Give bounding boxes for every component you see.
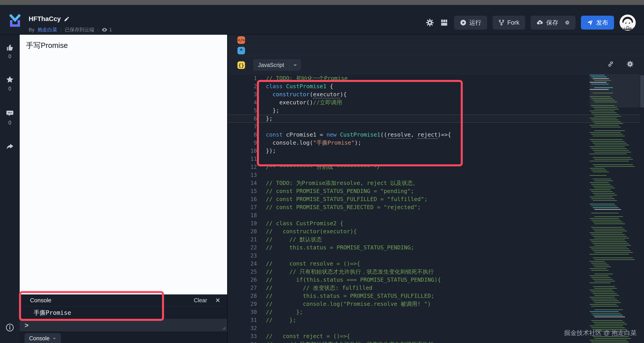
code-line-14[interactable]: 14// TODO: 为Promise添加resolve, reject 以及状…	[228, 179, 644, 187]
comment-button[interactable]	[0, 110, 20, 118]
console-input-row[interactable]: >	[20, 319, 227, 331]
layout-grid-icon[interactable]	[440, 18, 449, 27]
line-number: 24	[228, 260, 257, 268]
header: HFThaCcy By 抱走白菜 | 已保存到云端 | 1	[0, 5, 644, 35]
preview-pane: 手写Promise	[20, 35, 227, 294]
share-icon	[6, 143, 14, 151]
tab-js[interactable]: {} JavaScript	[228, 56, 644, 74]
code-line-29[interactable]: 29// console.log("Promise.resolve 被调用! "…	[228, 300, 644, 308]
console-bottom-bar: Console	[20, 331, 227, 343]
console-toggle-button[interactable]: Console	[24, 333, 61, 343]
thumbs-up-icon	[6, 44, 14, 52]
tab-css[interactable]: *	[228, 45, 644, 56]
console-header: Console Clear ✕	[20, 294, 227, 306]
app-logo[interactable]	[8, 13, 22, 28]
code-line-18[interactable]: 18	[228, 211, 644, 219]
line-number: 20	[228, 227, 257, 235]
publish-button[interactable]: 发布	[581, 16, 614, 30]
line-number: 16	[228, 195, 257, 203]
code-line-17[interactable]: 17// const PROMISE_STATUS_REJECTED = "re…	[228, 203, 644, 211]
play-icon	[460, 19, 466, 26]
view-count: 1	[102, 27, 112, 33]
code-line-13[interactable]: 13	[228, 171, 644, 179]
save-button[interactable]: 保存	[530, 16, 576, 30]
code-line-4[interactable]: 4 executor()//立即调用	[228, 99, 644, 107]
edit-title-icon[interactable]	[64, 16, 70, 22]
line-number: 18	[228, 211, 257, 219]
code-line-24[interactable]: 24// const resolve = ()=>{	[228, 260, 644, 268]
line-number: 31	[228, 316, 257, 324]
code-line-1[interactable]: 1// TODO: 初始化一个Promise	[228, 74, 644, 82]
line-number: 9	[228, 139, 257, 147]
line-number: 7	[228, 123, 257, 131]
line-number: 23	[228, 252, 257, 260]
console-prompt-symbol: >	[24, 321, 29, 329]
fork-button[interactable]: Fork	[492, 16, 525, 30]
line-number: 21	[228, 235, 257, 244]
console-title: Console	[30, 297, 51, 304]
code-line-28[interactable]: 28// this.status = PROMISE_STATUS_FULFIL…	[228, 292, 644, 300]
code-line-3[interactable]: 3 constructor(executor){	[228, 91, 644, 99]
code-line-10[interactable]: 10});	[228, 147, 644, 155]
resize-handle[interactable]	[222, 326, 226, 330]
console-clear-button[interactable]: Clear	[194, 297, 207, 303]
code-line-6[interactable]: 6};	[228, 115, 644, 123]
code-line-16[interactable]: 16// const PROMISE_STATUS_FULFILLED = "f…	[228, 195, 644, 203]
code-line-8[interactable]: 8const cPromise1 = new CustPromise1((res…	[228, 131, 644, 139]
line-number: 5	[228, 107, 257, 115]
css-icon: *	[238, 47, 245, 54]
code-line-9[interactable]: 9 console.log("手撕Promise");	[228, 139, 644, 147]
code-line-27[interactable]: 27// // 改变状态: fulfilled	[228, 284, 644, 292]
line-number: 4	[228, 99, 257, 107]
like-button[interactable]	[0, 44, 20, 52]
scrollbar-thumb[interactable]	[640, 75, 644, 108]
byline: By 抱走白菜 | 已保存到云端 | 1	[29, 27, 112, 33]
share-button[interactable]	[0, 143, 20, 151]
line-number: 15	[228, 187, 257, 195]
code-lines: 1// TODO: 初始化一个Promise2class CustPromise…	[228, 74, 644, 343]
code-line-5[interactable]: 5 };	[228, 107, 644, 115]
code-line-23[interactable]: 23	[228, 252, 644, 260]
run-button[interactable]: 运行	[454, 16, 487, 30]
code-line-34[interactable]: 34// // 只有初始状态才允许执行，状态发生变化则锁死不执行	[228, 340, 644, 343]
line-number: 34	[228, 340, 257, 343]
watermark: 掘金技术社区 @ 抱走白菜	[564, 329, 636, 337]
star-button[interactable]	[0, 76, 20, 84]
language-select[interactable]: JavaScript	[253, 59, 301, 71]
code-line-21[interactable]: 21// // 默认状态	[228, 235, 644, 244]
chevron-down-icon	[52, 336, 56, 340]
avatar[interactable]: 就是这么拽	[620, 14, 636, 31]
console-close-button[interactable]: ✕	[215, 297, 220, 304]
code-line-7[interactable]: 7	[228, 123, 644, 131]
cloud-save-icon	[536, 19, 544, 26]
code-line-22[interactable]: 22// this.status = PROMISE_STATUS_PENDIN…	[228, 244, 644, 252]
code-line-31[interactable]: 31// };	[228, 316, 644, 324]
line-number: 11	[228, 155, 257, 163]
code-line-12[interactable]: 12/** ********** 分割线 ********** */	[228, 163, 644, 171]
tab-html[interactable]: </>	[228, 35, 644, 45]
save-settings-icon[interactable]	[565, 20, 570, 25]
preview-heading: 手写Promise	[26, 41, 68, 51]
code-line-30[interactable]: 30// };	[228, 308, 644, 316]
code-line-20[interactable]: 20// constructor(executor){	[228, 227, 644, 235]
avatar-caption: 就是这么拽	[620, 27, 636, 30]
comment-count: 0	[0, 120, 20, 126]
author-link[interactable]: 抱走白菜	[38, 27, 57, 33]
info-button[interactable]	[0, 323, 20, 332]
code-line-11[interactable]: 11	[228, 155, 644, 163]
editor-settings-icon[interactable]	[626, 61, 634, 68]
code-line-25[interactable]: 25// // 只有初始状态才允许执行，状态发生变化则锁死不执行	[228, 268, 644, 276]
code-editor[interactable]: 1// TODO: 初始化一个Promise2class CustPromise…	[228, 74, 644, 343]
saved-status: 已保存到云端	[65, 27, 94, 33]
settings-icon[interactable]	[426, 18, 434, 27]
code-line-2[interactable]: 2class CustPromise1 {	[228, 82, 644, 91]
link-icon[interactable]	[607, 61, 614, 67]
minimap[interactable]	[590, 74, 640, 343]
code-line-15[interactable]: 15// const PROMISE_STATUS_PENDING = "pen…	[228, 187, 644, 195]
line-number: 22	[228, 244, 257, 252]
line-number: 29	[228, 300, 257, 308]
language-select-value: JavaScript	[253, 62, 289, 68]
code-line-26[interactable]: 26// if(this.status === PROMISE_STATUS_P…	[228, 276, 644, 284]
eye-icon	[102, 27, 108, 33]
code-line-19[interactable]: 19// class CustPromise2 {	[228, 219, 644, 227]
